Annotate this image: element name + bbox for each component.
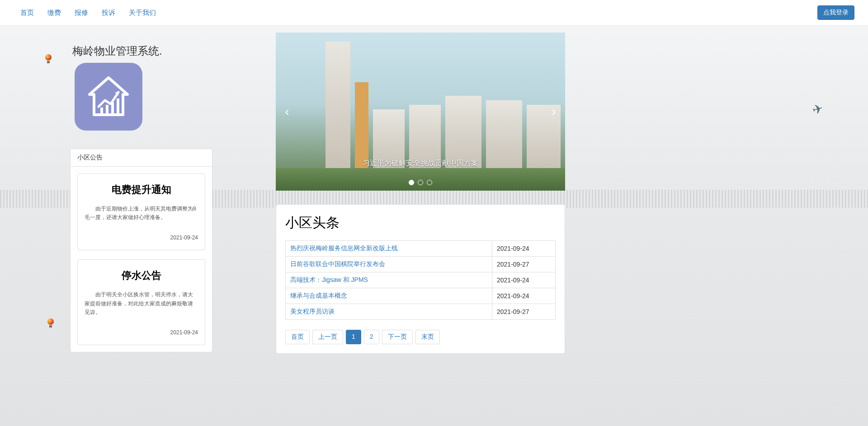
headlines-title: 小区头条	[285, 214, 556, 232]
carousel-next-button[interactable]: ›	[547, 100, 561, 123]
notice-card: 电费提升通知 由于近期物价上涨，从明天其电费调整为8毛一度，还请大家做好心理准备…	[77, 173, 205, 250]
nav-links: 首页 缴费 报修 投诉 关于我们	[14, 0, 163, 25]
notice-title: 电费提升通知	[85, 183, 198, 197]
notice-panel: 小区公告 电费提升通知 由于近期物价上涨，从明天其电费调整为8毛一度，还请大家做…	[70, 149, 212, 352]
carousel-indicators	[276, 180, 565, 185]
news-date: 2021-09-27	[492, 257, 556, 272]
nav-home[interactable]: 首页	[14, 0, 41, 25]
svg-rect-5	[117, 98, 119, 114]
pager: 首页 上一页 1 2 下一页 末页	[285, 330, 556, 344]
nav-repair[interactable]: 报修	[68, 0, 95, 25]
table-row: 继承与合成基本概念2021-09-24	[286, 288, 556, 304]
navbar: 首页 缴费 报修 投诉 关于我们 点我登录	[0, 0, 868, 26]
login-button[interactable]: 点我登录	[817, 5, 854, 20]
notice-panel-heading: 小区公告	[71, 149, 212, 167]
notice-date: 2021-09-24	[85, 234, 198, 241]
carousel-caption: 习近平为破解安全挑战贡献中国方案	[276, 159, 565, 168]
svg-rect-4	[111, 102, 114, 114]
nav-payment[interactable]: 缴费	[41, 0, 68, 25]
pager-page[interactable]: 1	[346, 330, 361, 344]
table-row: 美女程序员访谈2021-09-27	[286, 304, 556, 320]
news-date: 2021-09-24	[492, 241, 556, 257]
svg-rect-2	[100, 108, 103, 114]
news-link[interactable]: 日前谷歌联合中国棋院举行发布会	[290, 260, 385, 267]
pager-next[interactable]: 下一页	[382, 330, 413, 344]
pager-first[interactable]: 首页	[285, 330, 310, 344]
nav-complaint[interactable]: 投诉	[95, 0, 122, 25]
table-row: 高端技术：Jigsaw 和 JPMS2021-09-24	[286, 272, 556, 288]
news-link[interactable]: 热烈庆祝梅岭服务信息网全新改版上线	[290, 244, 398, 252]
chevron-right-icon: ›	[552, 104, 556, 119]
carousel-indicator[interactable]	[409, 180, 414, 185]
notice-card: 停水公告 由于明天全小区换水管，明天停水，请大家提前做好准备，对此给大家造成的麻…	[77, 259, 205, 345]
site-title: 梅岭物业管理系统.	[72, 44, 212, 58]
house-chart-icon	[86, 74, 131, 119]
news-table: 热烈庆祝梅岭服务信息网全新改版上线2021-09-24日前谷歌联合中国棋院举行发…	[285, 240, 556, 320]
carousel-indicator[interactable]	[418, 180, 423, 185]
news-link[interactable]: 继承与合成基本概念	[290, 292, 347, 299]
chevron-left-icon: ‹	[285, 104, 289, 119]
headlines-panel: 小区头条 热烈庆祝梅岭服务信息网全新改版上线2021-09-24日前谷歌联合中国…	[276, 204, 565, 354]
news-date: 2021-09-27	[492, 304, 556, 320]
news-date: 2021-09-24	[492, 288, 556, 304]
news-link[interactable]: 美女程序员访谈	[290, 308, 335, 315]
notice-body: 由于明天全小区换水管，明天停水，请大家提前做好准备，对此给大家造成的麻烦敬请见谅…	[85, 290, 198, 317]
notice-body: 由于近期物价上涨，从明天其电费调整为8毛一度，还请大家做好心理准备。	[85, 205, 198, 222]
carousel-prev-button[interactable]: ‹	[280, 100, 294, 123]
carousel-indicator[interactable]	[427, 180, 432, 185]
pager-page[interactable]: 2	[364, 330, 379, 344]
table-row: 热烈庆祝梅岭服务信息网全新改版上线2021-09-24	[286, 241, 556, 257]
news-link[interactable]: 高端技术：Jigsaw 和 JPMS	[290, 276, 368, 283]
site-logo	[75, 63, 142, 131]
nav-about[interactable]: 关于我们	[122, 0, 163, 25]
pager-prev[interactable]: 上一页	[312, 330, 343, 344]
pager-last[interactable]: 末页	[415, 330, 440, 344]
notice-date: 2021-09-24	[85, 329, 198, 336]
news-date: 2021-09-24	[492, 272, 556, 288]
svg-rect-3	[106, 105, 108, 114]
carousel: ‹ › 习近平为破解安全挑战贡献中国方案	[276, 33, 565, 191]
table-row: 日前谷歌联合中国棋院举行发布会2021-09-27	[286, 257, 556, 272]
notice-title: 停水公告	[85, 269, 198, 282]
